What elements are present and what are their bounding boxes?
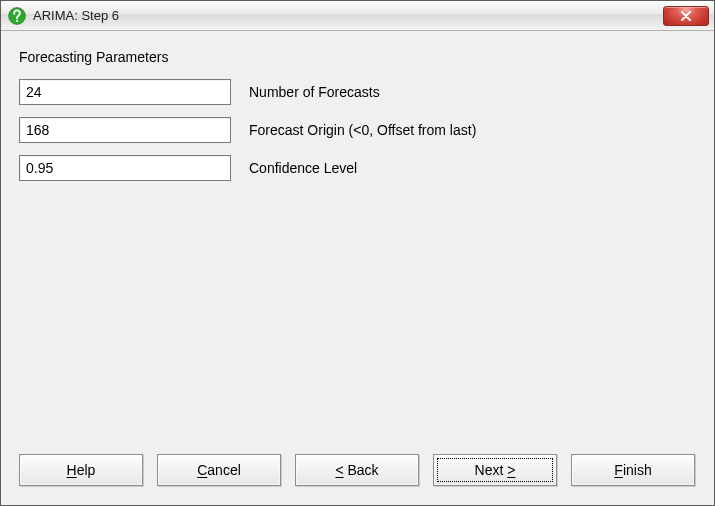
titlebar: ARIMA: Step 6 xyxy=(1,1,714,31)
confidence-level-label: Confidence Level xyxy=(249,160,357,176)
help-button[interactable]: Help xyxy=(19,454,143,486)
forecast-origin-label: Forecast Origin (<0, Offset from last) xyxy=(249,122,476,138)
button-bar: Help Cancel < Back Next > Finish xyxy=(1,449,714,505)
form-rows: Number of Forecasts Forecast Origin (<0,… xyxy=(19,79,696,181)
num-forecasts-label: Number of Forecasts xyxy=(249,84,380,100)
finish-button[interactable]: Finish xyxy=(571,454,695,486)
dialog-content: Forecasting Parameters Number of Forecas… xyxy=(1,31,714,449)
back-button[interactable]: < Back xyxy=(295,454,419,486)
window-title: ARIMA: Step 6 xyxy=(33,8,663,23)
num-forecasts-input[interactable] xyxy=(19,79,231,105)
section-title: Forecasting Parameters xyxy=(19,49,696,65)
svg-point-2 xyxy=(16,19,18,21)
close-button[interactable] xyxy=(663,6,709,26)
close-icon xyxy=(680,11,692,21)
next-button[interactable]: Next > xyxy=(433,454,557,486)
row-confidence-level: Confidence Level xyxy=(19,155,696,181)
help-icon xyxy=(7,6,27,26)
row-num-forecasts: Number of Forecasts xyxy=(19,79,696,105)
confidence-level-input[interactable] xyxy=(19,155,231,181)
cancel-button[interactable]: Cancel xyxy=(157,454,281,486)
dialog-window: ARIMA: Step 6 Forecasting Parameters Num… xyxy=(0,0,715,506)
forecast-origin-input[interactable] xyxy=(19,117,231,143)
row-forecast-origin: Forecast Origin (<0, Offset from last) xyxy=(19,117,696,143)
